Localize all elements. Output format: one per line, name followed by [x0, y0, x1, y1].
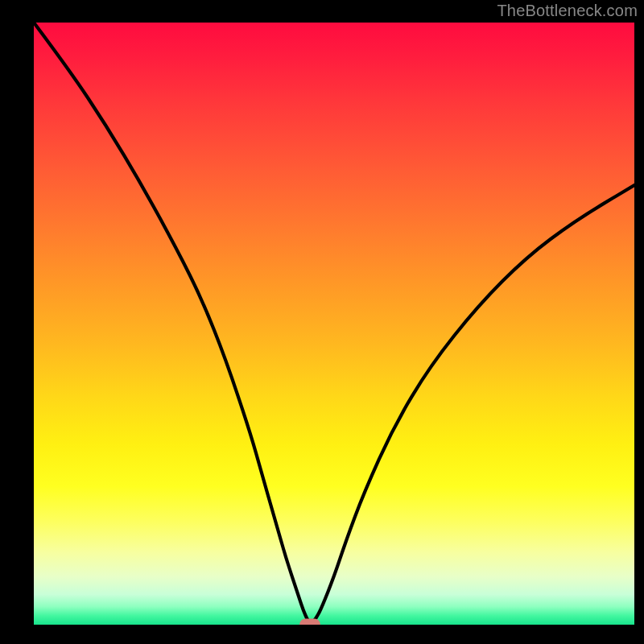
- curve-layer: [34, 23, 634, 625]
- bottleneck-curve: [34, 23, 634, 623]
- watermark-text: TheBottleneck.com: [497, 2, 638, 20]
- optimal-point-marker: [299, 619, 320, 625]
- plot-area: [34, 23, 634, 625]
- chart-frame: TheBottleneck.com: [0, 0, 644, 644]
